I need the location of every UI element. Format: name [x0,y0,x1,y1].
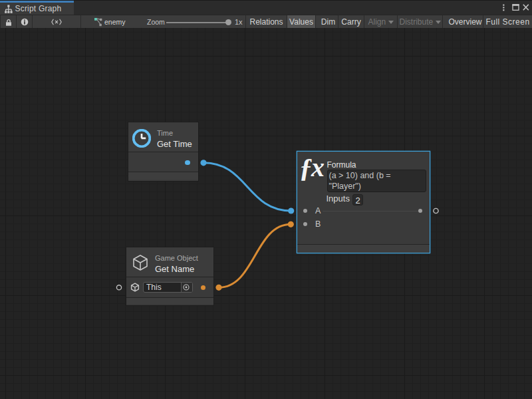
svg-text:ƒx: ƒx [299,152,325,182]
